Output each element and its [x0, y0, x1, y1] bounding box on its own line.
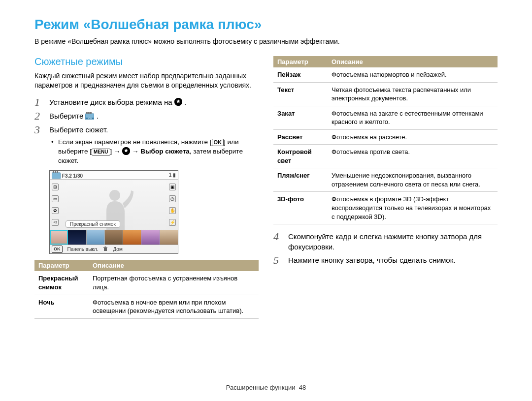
scene-table-left: Параметр Описание Прекрасный снимокПортр… — [34, 260, 259, 318]
svg-text:SCN: SCN — [88, 117, 92, 120]
svg-rect-6 — [90, 112, 92, 114]
desc-cell: Фотосъемка в ночное время или при плохом… — [89, 295, 259, 318]
page-footer: Расширенные функции 48 — [0, 384, 532, 391]
param-cell: Пляж/снег — [273, 168, 328, 192]
th-desc: Описание — [328, 56, 498, 67]
scene-table-right: Параметр Описание ПейзажФотосъемка натюр… — [273, 56, 498, 224]
svg-rect-5 — [88, 112, 90, 114]
desc-cell: Фотосъемка натюрмортов и пейзажей. — [328, 67, 498, 82]
th-param: Параметр — [273, 56, 328, 67]
indicator-stab-icon: ▣ — [169, 184, 176, 190]
step-2-text-b: . — [97, 112, 99, 120]
desc-cell: Фотосъемка на закате с естественными отт… — [328, 106, 498, 129]
svg-rect-8 — [52, 173, 61, 179]
svg-rect-10 — [55, 171, 56, 173]
ok-icon: OK — [52, 246, 63, 253]
param-cell: Прекрасный снимок — [34, 271, 89, 295]
svg-point-12 — [109, 190, 120, 201]
mode-dial-icon — [122, 147, 130, 155]
step-1-text-a: Установите диск выбора режима на — [49, 98, 174, 106]
desc-cell: Фотосъемка на рассвете. — [328, 129, 498, 145]
step-number: 3 — [34, 124, 44, 166]
param-cell: Пейзаж — [273, 67, 328, 82]
indicator-hand-icon: ✋ — [169, 207, 176, 214]
indicator-size-icon: ▭ — [52, 195, 59, 202]
section-heading: Сюжетные режимы — [34, 56, 259, 67]
step-number: 1 — [34, 97, 44, 108]
step-5-text: Нажмите кнопку затвора, чтобы сделать сн… — [288, 255, 498, 266]
preview-scene-label: Прекрасный снимок — [66, 220, 120, 228]
th-desc: Описание — [89, 260, 259, 271]
param-cell: Ночь — [34, 295, 89, 318]
svg-rect-4 — [86, 112, 88, 114]
camera-preview: F3.2 1/30 1 ▮ ⊞ ▭ ✿ +3 — [49, 170, 178, 254]
step-3-text: Выберите сюжет. — [49, 125, 108, 134]
table-row: ЗакатФотосъемка на закате с естественным… — [273, 106, 498, 129]
step-4-text: Скомпонуйте кадр и слегка нажмите кнопку… — [288, 231, 498, 252]
indicator-mode-icon: ⊞ — [52, 184, 59, 190]
scene-mode-icon: SCN — [85, 112, 96, 120]
svg-rect-14 — [103, 247, 107, 248]
param-cell: Рассвет — [273, 129, 328, 145]
preview-thumbnails — [50, 230, 178, 245]
table-row: ТекстЧеткая фотосъемка текста распечатан… — [273, 82, 498, 106]
mode-dial-icon — [174, 98, 182, 106]
table-row: 3D-фотоФотосъемка в формате 3D (3D-эффек… — [273, 192, 498, 224]
preview-exposure: F3.2 1/30 — [62, 173, 83, 179]
table-row: НочьФотосъемка в ночное время или при пл… — [34, 295, 259, 318]
table-row: РассветФотосъемка на рассвете. — [273, 129, 498, 145]
table-row: Пляж/снегУменьшение недоэкспонирования, … — [273, 168, 498, 192]
ok-icon: OK — [212, 139, 224, 146]
step-2-text-a: Выберите — [49, 112, 85, 120]
desc-cell: Портретная фотосъемка с устранением изъя… — [89, 271, 259, 295]
svg-rect-15 — [105, 247, 106, 247]
param-cell: Контровой свет — [273, 145, 328, 168]
desc-cell: Фотосъемка в формате 3D (3D-эффект воспр… — [328, 192, 498, 224]
menu-icon: MENU — [92, 149, 110, 155]
step-number: 5 — [273, 255, 283, 266]
svg-rect-9 — [53, 171, 54, 173]
trash-icon — [103, 247, 108, 252]
desc-cell: Фотосъемка против света. — [328, 145, 498, 168]
step-number: 4 — [273, 231, 283, 252]
step-number: 2 — [34, 111, 44, 122]
table-row: Контровой светФотосъемка против света. — [273, 145, 498, 168]
th-param: Параметр — [34, 260, 89, 271]
desc-cell: Четкая фотосъемка текста распечатанных и… — [328, 82, 498, 106]
table-row: Прекрасный снимокПортретная фотосъемка с… — [34, 271, 259, 295]
param-cell: Текст — [273, 82, 328, 106]
svg-rect-13 — [104, 248, 107, 251]
preview-shots-left: 1 — [169, 172, 172, 178]
param-cell: 3D-фото — [273, 192, 328, 224]
svg-rect-11 — [57, 171, 58, 173]
step-3-subnote: Если экран параметров не появляется, наж… — [49, 138, 259, 166]
indicator-flash-icon: ⚡ — [169, 219, 176, 226]
preview-panel-off: Панель выкл. — [67, 247, 99, 252]
indicator-timer-icon: ◷ — [169, 195, 176, 202]
battery-icon: ▮ — [173, 172, 176, 178]
page-intro: В режиме «Волшебная рамка плюс» можно вы… — [34, 37, 498, 45]
param-cell: Закат — [273, 106, 328, 129]
page-title: Режим «Волшебная рамка плюс» — [34, 17, 498, 32]
desc-cell: Уменьшение недоэкспонирования, вызванног… — [328, 168, 498, 192]
step-1-text-b: . — [184, 98, 186, 106]
preview-home-label: Дом — [113, 247, 122, 252]
section-text: Каждый сюжетный режим имеет набор предва… — [34, 71, 259, 90]
scene-mode-icon — [52, 171, 61, 179]
indicator-focus-icon: ✿ — [52, 207, 59, 214]
table-row: ПейзажФотосъемка натюрмортов и пейзажей. — [273, 67, 498, 82]
indicator-ev-icon: +3 — [52, 219, 59, 226]
